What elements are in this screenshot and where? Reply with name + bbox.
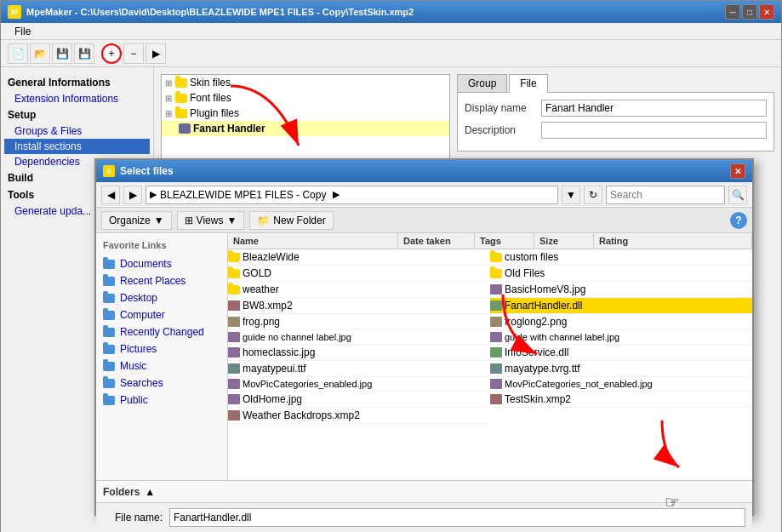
file-item[interactable]: frog.png bbox=[228, 314, 490, 330]
window-controls: ─ □ ✕ bbox=[725, 4, 774, 20]
file-item[interactable]: guide no channel label.jpg bbox=[228, 330, 490, 345]
fav-item-desktop[interactable]: Desktop bbox=[96, 289, 227, 306]
search-box[interactable] bbox=[606, 186, 725, 204]
toolbar-new[interactable]: 📄 bbox=[8, 43, 28, 64]
folders-toggle-btn[interactable]: Folders bbox=[103, 486, 140, 498]
nav-back-btn[interactable]: ◀ bbox=[101, 186, 120, 204]
file-item[interactable]: guide with channel label.jpg bbox=[490, 330, 752, 345]
filename-label: File name: bbox=[103, 512, 163, 523]
field-label-display: Display name bbox=[465, 102, 541, 114]
close-button[interactable]: ✕ bbox=[759, 4, 774, 20]
file-item[interactable]: froglong2.png bbox=[490, 314, 752, 330]
fav-item-documents[interactable]: Documents bbox=[96, 255, 227, 272]
fav-item-music[interactable]: Music bbox=[96, 358, 227, 375]
sidebar-item-groups[interactable]: Groups & Files bbox=[4, 123, 150, 139]
fav-item-pictures[interactable]: Pictures bbox=[96, 340, 227, 358]
path-text: BLEAZLEWIDE MPE1 FILES - Copy bbox=[160, 189, 326, 201]
file-item[interactable]: Old Files bbox=[490, 266, 752, 282]
dialog-title-text: Select files bbox=[120, 165, 174, 177]
views-btn[interactable]: ⊞ Views ▼ bbox=[177, 211, 245, 230]
file-item[interactable]: mayatypeui.ttf bbox=[228, 361, 490, 377]
field-display-name: Display name bbox=[465, 100, 767, 117]
file-item[interactable]: BleazleWide bbox=[228, 249, 490, 266]
new-folder-btn[interactable]: 📁 New Folder bbox=[249, 211, 333, 230]
file-item[interactable]: BW8.xmp2 bbox=[228, 298, 490, 314]
search-btn[interactable]: 🔍 bbox=[728, 186, 747, 204]
fav-item-public[interactable]: Public bbox=[96, 392, 227, 409]
toolbar-save[interactable]: 💾 bbox=[52, 43, 72, 64]
toolbar-play[interactable]: ▶ bbox=[146, 43, 166, 64]
tab-file[interactable]: File bbox=[509, 74, 547, 93]
col-header-tags[interactable]: Tags bbox=[475, 233, 534, 249]
col-header-name[interactable]: Name bbox=[228, 233, 398, 249]
title-bar: M MpeMaker - C:\Users\David\Desktop\BLEA… bbox=[1, 1, 781, 23]
organize-arrow: ▼ bbox=[154, 215, 164, 226]
toolbar-remove[interactable]: − bbox=[123, 43, 144, 64]
fav-item-computer[interactable]: Computer bbox=[96, 306, 227, 323]
menu-bar: File bbox=[1, 23, 781, 40]
file-item-weather[interactable]: weather bbox=[228, 282, 490, 298]
sidebar-item-install[interactable]: Install sections bbox=[4, 139, 150, 154]
minimize-button[interactable]: ─ bbox=[725, 4, 740, 20]
file-item[interactable]: InfoService.dll bbox=[490, 345, 752, 361]
field-description: Description bbox=[465, 122, 767, 139]
tree-item-skin[interactable]: ⊞ Skin files bbox=[162, 75, 449, 90]
tree-item-plugin[interactable]: ⊞ Plugin files bbox=[162, 106, 449, 121]
sidebar-item-extension[interactable]: Extension Informations bbox=[4, 91, 150, 106]
file-item-fanart-dll[interactable]: FanartHandler.dll bbox=[490, 298, 752, 314]
sidebar-section-setup: Setup bbox=[4, 106, 150, 123]
toolbar-saveas[interactable]: 💾 bbox=[74, 43, 94, 64]
files-col-left: BleazleWide GOLD weather BW8.xmp2 frog.p… bbox=[228, 249, 490, 424]
path-bar[interactable]: ▶ BLEAZLEWIDE MPE1 FILES - Copy ▶ bbox=[146, 186, 558, 204]
sidebar-section-general: General Informations bbox=[4, 74, 150, 91]
dialog-close-btn[interactable]: ✕ bbox=[730, 163, 745, 179]
toolbar-add-file[interactable]: + bbox=[101, 43, 122, 64]
folders-arrow[interactable]: ▲ bbox=[145, 486, 155, 498]
main-window: M MpeMaker - C:\Users\David\Desktop\BLEA… bbox=[0, 0, 782, 532]
col-header-rating[interactable]: Rating bbox=[594, 233, 752, 249]
refresh-btn[interactable]: ↻ bbox=[584, 186, 602, 204]
folders-bar: Folders ▲ bbox=[96, 480, 752, 502]
fav-item-searches[interactable]: Searches bbox=[96, 375, 227, 392]
organize-label: Organize bbox=[109, 215, 151, 226]
dialog-title-bar: S Select files ✕ bbox=[96, 160, 752, 182]
tab-group[interactable]: Group bbox=[457, 74, 507, 92]
file-item[interactable]: GOLD bbox=[228, 266, 490, 282]
maximize-button[interactable]: □ bbox=[742, 4, 757, 20]
field-input-desc[interactable] bbox=[541, 122, 767, 139]
tree-item-font[interactable]: ⊞ Font files bbox=[162, 90, 449, 106]
fav-item-recent[interactable]: Recent Places bbox=[96, 272, 227, 289]
files-col-right: custom files Old Files BasicHomeV8.jpg F… bbox=[490, 249, 752, 424]
tab-bar: Group File bbox=[457, 74, 774, 93]
organize-btn[interactable]: Organize ▼ bbox=[101, 211, 172, 230]
red-arrow-3 bbox=[628, 412, 696, 480]
file-item[interactable]: OldHome.jpg bbox=[228, 392, 490, 408]
filename-bar: File name: bbox=[96, 502, 752, 532]
menu-file[interactable]: File bbox=[8, 24, 37, 39]
dialog-action-bar: Organize ▼ ⊞ Views ▼ 📁 New Folder ? bbox=[96, 208, 752, 233]
field-input-display[interactable] bbox=[541, 100, 767, 117]
file-item[interactable]: Weather Backdrops.xmp2 bbox=[228, 408, 490, 424]
toolbar: 📄 📂 💾 💾 + − ▶ bbox=[1, 40, 781, 67]
filename-input[interactable] bbox=[169, 508, 745, 527]
search-input[interactable] bbox=[610, 189, 695, 201]
file-item[interactable]: homeclassic.jpg bbox=[228, 345, 490, 361]
file-item[interactable]: MovPicCategories_enabled.jpg bbox=[228, 377, 490, 392]
nav-forward-btn[interactable]: ▶ bbox=[123, 186, 142, 204]
toolbar-open[interactable]: 📂 bbox=[30, 43, 50, 64]
col-header-date[interactable]: Date taken bbox=[398, 233, 475, 249]
tree-item-fanart[interactable]: Fanart Handler bbox=[162, 121, 449, 136]
fav-item-recently-changed[interactable]: Recently Changed bbox=[96, 323, 227, 340]
file-item[interactable]: mayatype.tvrg.ttf bbox=[490, 361, 752, 377]
file-item[interactable]: TestSkin.xmp2 bbox=[490, 392, 752, 408]
right-fields: Display name Description bbox=[457, 93, 774, 152]
files-header: Name Date taken Tags Size Rating bbox=[228, 233, 752, 249]
file-item[interactable]: MovPicCategories_not_enabled.jpg bbox=[490, 377, 752, 392]
col-header-size[interactable]: Size bbox=[534, 233, 594, 249]
app-icon: M bbox=[8, 5, 21, 19]
help-btn[interactable]: ? bbox=[730, 212, 747, 229]
path-dropdown-btn[interactable]: ▼ bbox=[562, 186, 580, 204]
file-item[interactable]: BasicHomeV8.jpg bbox=[490, 282, 752, 298]
file-item[interactable]: custom files bbox=[490, 249, 752, 266]
files-grid: BleazleWide GOLD weather BW8.xmp2 frog.p… bbox=[228, 249, 752, 424]
